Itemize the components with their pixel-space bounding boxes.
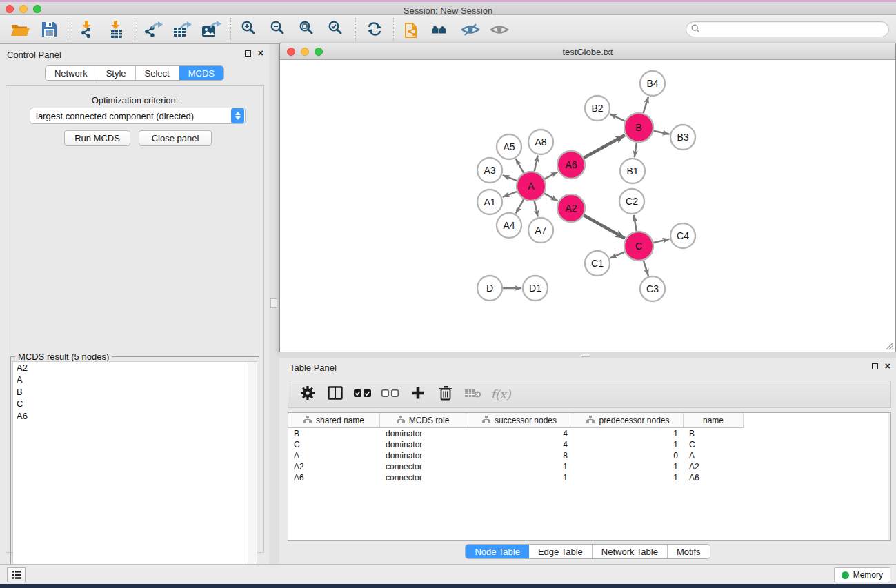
edge-A6-B[interactable] — [584, 135, 625, 158]
delete-column-button[interactable] — [433, 383, 458, 406]
edge-C-C3[interactable] — [644, 261, 648, 276]
gear-button[interactable] — [295, 383, 320, 406]
table-cell[interactable]: connector — [380, 472, 466, 483]
node-A[interactable]: A — [517, 172, 546, 201]
edge-A-A6[interactable] — [544, 172, 557, 179]
table-cell[interactable]: A — [684, 450, 744, 461]
delete-table-button[interactable] — [461, 383, 486, 406]
table-cell[interactable]: dominator — [380, 428, 466, 439]
table-cell[interactable]: dominator — [380, 439, 466, 450]
divider-grip[interactable] — [270, 298, 277, 308]
mcds-result-item[interactable]: A6 — [13, 410, 257, 423]
table-row[interactable]: Bdominator41B — [288, 428, 890, 439]
edge-B-B1[interactable] — [635, 143, 637, 157]
table-cell[interactable]: dominator — [380, 450, 466, 461]
search-box[interactable] — [686, 21, 889, 37]
tab-network-table[interactable]: Network Table — [593, 545, 668, 558]
table-cell[interactable]: 8 — [466, 450, 573, 461]
edge-A-A5[interactable] — [516, 159, 524, 172]
column-header-shared-name[interactable]: shared name — [288, 413, 380, 428]
edge-C-C2[interactable] — [634, 215, 637, 232]
table-row[interactable]: Cdominator41C — [288, 439, 890, 450]
table-cell[interactable]: 1 — [573, 472, 684, 483]
node-A8[interactable]: A8 — [528, 130, 553, 154]
node-B2[interactable]: B2 — [585, 96, 610, 121]
table-cell[interactable]: 4 — [466, 439, 573, 450]
edge-B-B2[interactable] — [610, 114, 625, 121]
node-A7[interactable]: A7 — [528, 218, 553, 243]
close-panel-button[interactable]: Close panel — [139, 130, 212, 146]
table-row[interactable]: Adominator80A — [288, 450, 890, 461]
zoom-in-button[interactable] — [235, 17, 264, 43]
column-header-name[interactable]: name — [684, 413, 744, 428]
refresh-button[interactable] — [360, 17, 389, 43]
function-builder-button[interactable]: f(x) — [488, 383, 513, 406]
node-C3[interactable]: C3 — [640, 276, 665, 301]
memory-button[interactable]: Memory — [834, 567, 890, 582]
edge-C-C1[interactable] — [610, 252, 625, 258]
tab-style[interactable]: Style — [97, 66, 136, 80]
table-cell[interactable]: 1 — [573, 428, 684, 439]
table-cell[interactable]: A — [288, 450, 380, 461]
table-row[interactable]: A2connector11A2 — [288, 461, 890, 472]
table-cell[interactable]: C — [684, 439, 744, 450]
table-cell[interactable]: 1 — [466, 472, 573, 483]
table-cell[interactable]: C — [288, 439, 380, 450]
hide-details-button[interactable] — [456, 17, 485, 43]
import-network-button[interactable] — [72, 17, 101, 43]
edge-C-C4[interactable] — [653, 239, 669, 243]
tab-network[interactable]: Network — [46, 66, 97, 80]
export-image-button[interactable] — [197, 17, 226, 43]
edge-A-A8[interactable] — [535, 156, 538, 172]
edge-A-A3[interactable] — [503, 175, 517, 181]
task-history-button[interactable] — [7, 567, 26, 582]
select-all-button[interactable] — [350, 383, 375, 406]
node-A6[interactable]: A6 — [557, 151, 585, 179]
float-table-panel-icon[interactable] — [872, 363, 878, 369]
tab-edge-table[interactable]: Edge Table — [529, 545, 593, 558]
node-C1[interactable]: C1 — [585, 251, 610, 276]
node-B[interactable]: B — [624, 113, 653, 142]
node-C4[interactable]: C4 — [670, 223, 695, 248]
export-network-button[interactable] — [139, 17, 168, 43]
mcds-result-list[interactable]: A2ABCA6 — [12, 361, 257, 587]
first-neighbors-button[interactable] — [427, 17, 456, 43]
panel-divider-vertical[interactable] — [269, 44, 279, 564]
mcds-result-item[interactable]: A — [13, 374, 257, 387]
open-button[interactable] — [6, 17, 34, 43]
run-mcds-button[interactable]: Run MCDS — [64, 130, 130, 146]
edge-A2-C[interactable] — [584, 215, 625, 238]
column-header-predecessor-nodes[interactable]: predecessor nodes — [573, 413, 684, 428]
tab-select[interactable]: Select — [136, 66, 179, 80]
table-row[interactable]: A6connector11A6 — [288, 472, 890, 483]
node-A4[interactable]: A4 — [497, 213, 521, 238]
node-D1[interactable]: D1 — [523, 276, 548, 301]
network-canvas[interactable]: AA1A3A5A8A6A2A4A7BB1B2B3B4CC1C2C3C4DD1 — [281, 61, 895, 352]
deselect-all-button[interactable] — [378, 383, 403, 406]
close-table-panel-icon[interactable]: × — [885, 363, 890, 369]
tab-mcds[interactable]: MCDS — [179, 66, 223, 80]
column-header-successor-nodes[interactable]: successor nodes — [466, 413, 573, 428]
edge-B-B3[interactable] — [654, 131, 670, 134]
table-cell[interactable]: 1 — [573, 461, 684, 472]
table-cell[interactable]: 4 — [466, 428, 573, 439]
float-panel-icon[interactable] — [245, 50, 251, 57]
table-cell[interactable]: 1 — [466, 461, 573, 472]
node-B4[interactable]: B4 — [640, 71, 665, 96]
show-details-button[interactable] — [485, 17, 514, 43]
table-scrollbar[interactable] — [888, 413, 890, 540]
zoom-out-button[interactable] — [264, 17, 293, 43]
edge-A-A2[interactable] — [544, 194, 557, 201]
table-cell[interactable]: A2 — [288, 461, 380, 472]
search-input[interactable] — [700, 24, 888, 35]
node-B3[interactable]: B3 — [670, 125, 695, 150]
node-A5[interactable]: A5 — [497, 134, 521, 159]
export-table-button[interactable] — [168, 17, 197, 43]
mcds-result-item[interactable]: C — [13, 398, 257, 411]
node-A2[interactable]: A2 — [557, 194, 585, 222]
mcds-list-scrollbar[interactable] — [248, 362, 257, 587]
node-A3[interactable]: A3 — [477, 158, 502, 183]
new-network-from-selection-button[interactable] — [398, 17, 427, 43]
resize-grip-icon[interactable] — [884, 341, 894, 350]
edge-A-A1[interactable] — [503, 192, 517, 197]
